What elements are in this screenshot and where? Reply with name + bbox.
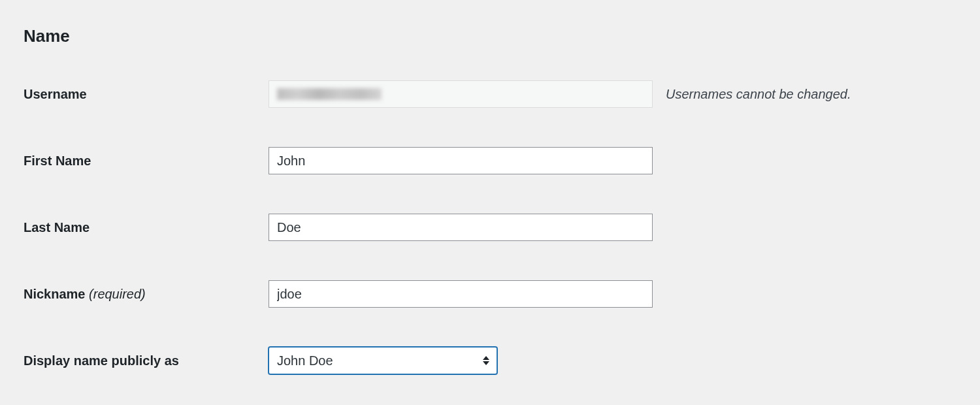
nickname-input[interactable] xyxy=(269,280,653,308)
display-name-field-wrapper: John Doe xyxy=(269,347,653,374)
last-name-field-wrapper xyxy=(269,214,653,241)
nickname-row: Nickname (required) xyxy=(24,280,956,308)
name-form-table: Username Usernames cannot be changed. Fi… xyxy=(24,80,956,374)
username-obscured-value xyxy=(277,88,382,100)
username-row: Username Usernames cannot be changed. xyxy=(24,80,956,108)
nickname-required-text: (required) xyxy=(86,287,146,301)
first-name-input[interactable] xyxy=(269,147,653,174)
display-name-select[interactable]: John Doe xyxy=(269,347,497,374)
display-name-row: Display name publicly as John Doe xyxy=(24,347,956,374)
section-title: Name xyxy=(24,26,956,46)
nickname-label-text: Nickname xyxy=(24,287,86,301)
display-name-label: Display name publicly as xyxy=(24,353,269,368)
first-name-label: First Name xyxy=(24,154,269,169)
username-label: Username xyxy=(24,87,269,102)
last-name-label: Last Name xyxy=(24,220,269,235)
first-name-field-wrapper xyxy=(269,147,653,174)
username-input xyxy=(269,80,653,108)
nickname-label: Nickname (required) xyxy=(24,287,269,302)
nickname-field-wrapper xyxy=(269,280,653,308)
username-description: Usernames cannot be changed. xyxy=(666,87,851,102)
display-name-select-wrapper: John Doe xyxy=(269,347,497,374)
username-field-wrapper xyxy=(269,80,653,108)
last-name-input[interactable] xyxy=(269,214,653,241)
last-name-row: Last Name xyxy=(24,214,956,241)
first-name-row: First Name xyxy=(24,147,956,174)
